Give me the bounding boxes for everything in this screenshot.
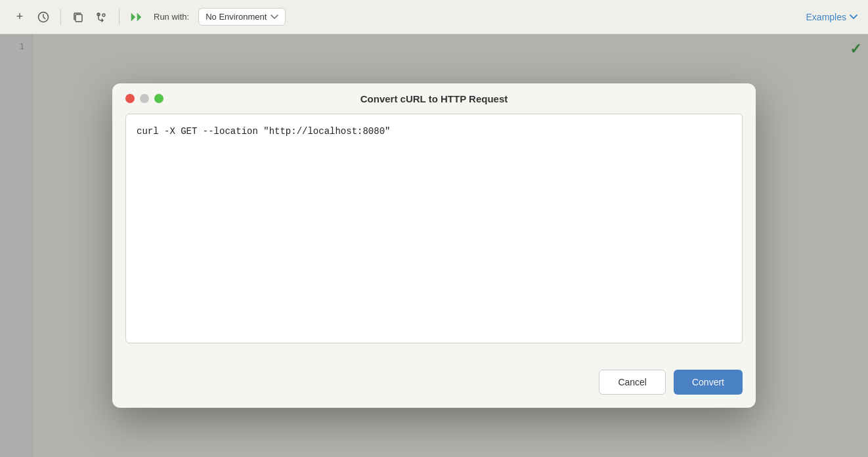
copy-button[interactable] [69,8,87,26]
toolbar: + Run with: No Environment Examples [0,0,868,34]
minimize-window-button[interactable] [140,94,149,103]
traffic-lights [125,94,163,103]
run-with-label: Run with: [154,12,189,22]
environment-dropdown[interactable]: No Environment [198,8,286,26]
history-button[interactable] [34,8,53,26]
branch-button[interactable] [93,8,111,26]
editor-area: 1 ✓ Convert cURL to HTTP Request Cancel … [0,34,868,457]
modal-footer: Cancel Convert [112,359,756,408]
modal-dialog: Convert cURL to HTTP Request Cancel Conv… [112,83,756,408]
svg-rect-1 [76,14,82,22]
modal-title: Convert cURL to HTTP Request [360,93,508,104]
env-value: No Environment [206,12,267,22]
modal-overlay: Convert cURL to HTTP Request Cancel Conv… [0,34,868,457]
examples-button[interactable]: Examples [806,12,857,22]
maximize-window-button[interactable] [154,94,163,103]
modal-body [112,114,756,359]
cancel-button[interactable]: Cancel [599,370,666,395]
close-window-button[interactable] [125,94,135,103]
modal-titlebar: Convert cURL to HTTP Request [112,83,756,114]
curl-input[interactable] [125,114,743,343]
toolbar-divider-1 [60,9,61,25]
toolbar-divider-2 [119,9,119,25]
add-button[interactable]: + [11,8,29,26]
run-button[interactable] [127,8,146,26]
convert-button[interactable]: Convert [674,370,743,395]
